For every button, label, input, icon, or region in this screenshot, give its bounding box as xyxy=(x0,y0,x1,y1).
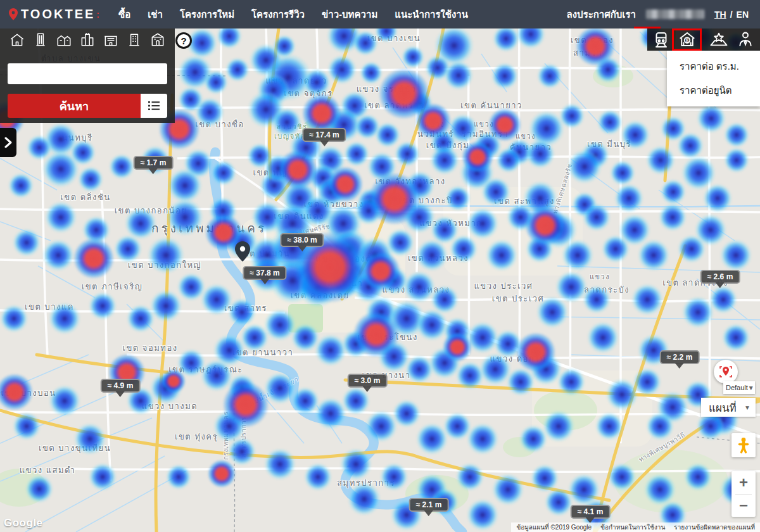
location-pin-icon[interactable] xyxy=(235,241,250,262)
map-label: เขต มีนบุรี xyxy=(587,137,631,151)
pegman-button[interactable] xyxy=(732,433,756,457)
nav-menu: ซื้อเช่าโครงการใหม่โครงการรีวิวข่าว-บทคว… xyxy=(118,7,468,22)
lang-en[interactable]: EN xyxy=(737,10,749,20)
toolbar-favorite-map-icon[interactable] xyxy=(709,30,728,49)
map-label: แขวง xyxy=(590,271,610,282)
google-logo: Google xyxy=(4,517,43,529)
pegman-icon xyxy=(737,437,750,453)
map-label: แขวง ประเวศ xyxy=(474,279,533,293)
panel-collapse-toggle[interactable] xyxy=(0,128,16,157)
list-view-button[interactable] xyxy=(141,94,167,118)
filter-office-icon[interactable] xyxy=(79,32,96,48)
terms-link[interactable]: ข้อกำหนดในการใช้งาน xyxy=(600,522,665,532)
map-label: แขวง สวนหลวง xyxy=(383,283,450,296)
map-label: เขต ราษฎร์บูรณะ xyxy=(168,363,243,376)
price-mode-option[interactable]: ราคาต่อยูนิต xyxy=(680,83,760,98)
price-marker[interactable]: ≈ 2.1 m xyxy=(409,498,449,512)
map-label: แขวง จรเข้บัว xyxy=(357,82,417,96)
filter-home-office-icon[interactable] xyxy=(149,32,166,48)
price-mode-dropdown: ราคาต่อ ตร.ม.ราคาต่อยูนิต xyxy=(667,51,760,106)
map-label: คันนายาว xyxy=(510,141,552,154)
map-label: เขต บางขุนเทียน xyxy=(39,441,111,455)
price-marker[interactable]: ≈ 4.1 m xyxy=(571,505,611,519)
search-input[interactable] xyxy=(8,63,167,84)
list-icon xyxy=(148,100,160,111)
help-label: ? xyxy=(180,35,186,46)
price-marker[interactable]: ≈ 4.9 m xyxy=(101,379,141,393)
zoom-out-button[interactable]: − xyxy=(732,495,756,517)
map-label: เขต ลาดพร้าว xyxy=(364,99,425,112)
username-blurred[interactable] xyxy=(646,10,704,19)
map-label: เหนือ xyxy=(327,265,350,278)
search-row: ค้นหา xyxy=(8,94,167,118)
map-label: สมุทรปราการ xyxy=(337,476,395,490)
map-label: เขต สวนหลวง xyxy=(408,251,469,265)
map-type-dropdown[interactable]: แผนที่ ▼ xyxy=(701,398,756,417)
brand-logo[interactable]: TOOKTEE : xyxy=(9,7,99,22)
nav-item[interactable]: ซื้อ xyxy=(118,7,130,22)
caret-down-icon: ▼ xyxy=(744,404,750,411)
zoom-in-button[interactable]: + xyxy=(732,471,756,494)
map-label: แขวง ดอกไม้ xyxy=(490,352,547,365)
map-label: เขต บางกอกน้อย xyxy=(115,204,187,217)
map-label: เขต คันนายาว xyxy=(460,99,522,112)
price-marker[interactable]: ≈ 1.7 m xyxy=(134,156,174,170)
toolbar-agent-icon[interactable] xyxy=(736,30,755,49)
map-label: เขต บึงกุ่ม xyxy=(426,139,469,152)
map-label: แขวง หัวหมาก xyxy=(419,217,482,230)
map-label: เขต บางบอน xyxy=(1,386,56,400)
nav-item[interactable]: แนะนำการใช้งาน xyxy=(395,7,468,22)
price-marker[interactable]: ≈ 2.6 m xyxy=(700,270,740,284)
map-data-text: ข้อมูลแผนที่ ©2019 Google xyxy=(516,522,592,532)
toolbar-transit-icon[interactable] xyxy=(652,30,671,49)
map-label: เขต ดินแดง xyxy=(274,210,324,223)
map-label: สามวา xyxy=(573,46,602,60)
report-error-link[interactable]: รายงานข้อผิดพลาดของแผนที่ xyxy=(674,522,755,532)
search-button[interactable]: ค้นหา xyxy=(8,94,141,118)
caret-down-icon: ▼ xyxy=(748,384,754,391)
active-underline xyxy=(634,27,661,28)
map-label: เขต บางกอกใหญ่ xyxy=(128,258,201,272)
toolbar-price-home-icon[interactable]: $ xyxy=(678,30,697,49)
nav-item[interactable]: เช่า xyxy=(148,7,163,22)
default-dropdown[interactable]: Default ▼ xyxy=(723,381,755,394)
map-label: แขวง ลาดยาว xyxy=(266,74,327,87)
price-marker[interactable]: ≈ 17.4 m xyxy=(302,128,346,142)
map-label: เขต วังทองหลาง xyxy=(375,175,445,188)
filter-condo-icon[interactable] xyxy=(32,32,49,48)
nearby-places-button[interactable] xyxy=(714,360,738,384)
map-label: เขต ประเวศ xyxy=(492,292,545,305)
map-label: เขต จอมทอง xyxy=(122,341,177,355)
filter-commercial-icon[interactable] xyxy=(103,32,119,48)
price-marker[interactable]: ≈ 38.0 m xyxy=(280,233,324,247)
nav-item[interactable]: ข่าว-บทความ xyxy=(322,7,377,22)
chevron-right-icon xyxy=(4,137,13,148)
map-label: เขต พระโขนง xyxy=(357,331,418,344)
map-label: เขต บางกะปิ xyxy=(398,194,452,207)
top-nav: TOOKTEE : ซื้อเช่าโครงการใหม่โครงการรีวิ… xyxy=(0,0,760,28)
help-button[interactable]: ? xyxy=(175,32,192,49)
filter-townhouse-icon[interactable] xyxy=(56,32,72,48)
map-label: เขต สะพานสูง xyxy=(494,194,555,208)
lang-th[interactable]: TH xyxy=(714,10,726,20)
map-label: เขต ห้วยขวาง xyxy=(303,198,364,211)
post-ad-link[interactable]: ลงประกาศกับเรา xyxy=(567,7,636,22)
property-type-filters xyxy=(0,28,175,48)
map-label: นนทบุรี xyxy=(61,131,92,144)
map-label: เขต ตลิ่งชัน xyxy=(60,191,110,204)
nav-item[interactable]: โครงการรีวิว xyxy=(251,7,305,22)
price-marker[interactable]: ≈ 37.8 m xyxy=(243,266,286,280)
map-label: เขต จตุจักร xyxy=(284,87,332,100)
filter-apartment-icon[interactable] xyxy=(126,32,142,48)
brand-pin-icon xyxy=(9,8,18,20)
price-mode-option[interactable]: ราคาต่อ ตร.ม. xyxy=(680,59,760,74)
map-label: เบญจทัศ xyxy=(274,130,306,142)
map-label: เขต บางซื่อ xyxy=(195,118,244,131)
svg-text:$: $ xyxy=(686,37,689,44)
filter-home-icon[interactable] xyxy=(9,32,25,48)
map-type-label: แผนที่ xyxy=(709,399,737,416)
price-marker[interactable]: ≈ 2.2 m xyxy=(660,350,700,364)
nav-item[interactable]: โครงการใหม่ xyxy=(180,7,234,22)
price-marker[interactable]: ≈ 3.0 m xyxy=(348,374,388,388)
map-label: แขวง คลองตัน xyxy=(315,252,378,265)
